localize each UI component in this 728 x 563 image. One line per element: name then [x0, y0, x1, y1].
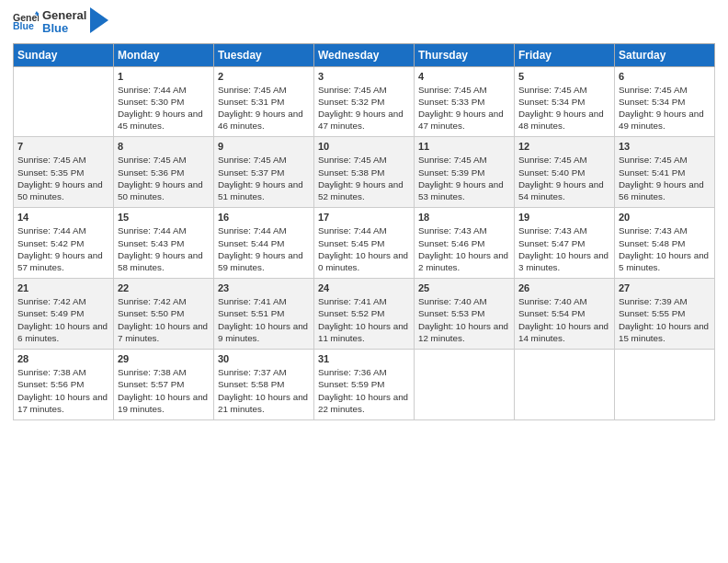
day-number: 10: [318, 141, 410, 152]
cell-info: Sunrise: 7:42 AMSunset: 5:49 PMDaylight:…: [17, 296, 108, 343]
calendar-cell: 3 Sunrise: 7:45 AMSunset: 5:32 PMDayligh…: [314, 66, 415, 137]
day-number: 14: [17, 212, 109, 223]
logo-arrow-icon: [90, 7, 108, 33]
svg-text:Blue: Blue: [13, 21, 34, 32]
cell-info: Sunrise: 7:43 AMSunset: 5:46 PMDaylight:…: [418, 225, 508, 272]
cell-info: Sunrise: 7:36 AMSunset: 5:59 PMDaylight:…: [318, 367, 408, 414]
calendar-cell: 4 Sunrise: 7:45 AMSunset: 5:33 PMDayligh…: [415, 66, 515, 137]
day-number: 1: [118, 71, 210, 82]
calendar-cell: 31 Sunrise: 7:36 AMSunset: 5:59 PMDaylig…: [314, 350, 415, 420]
cell-info: Sunrise: 7:45 AMSunset: 5:40 PMDaylight:…: [518, 155, 604, 201]
calendar-cell: 24 Sunrise: 7:41 AMSunset: 5:52 PMDaylig…: [314, 279, 415, 350]
calendar-cell: 11 Sunrise: 7:45 AMSunset: 5:39 PMDaylig…: [415, 137, 515, 208]
col-tuesday: Tuesday: [214, 43, 314, 66]
calendar-cell: 1 Sunrise: 7:44 AMSunset: 5:30 PMDayligh…: [114, 66, 214, 137]
calendar-cell: 10 Sunrise: 7:45 AMSunset: 5:38 PMDaylig…: [314, 137, 415, 208]
day-number: 7: [17, 141, 109, 152]
cell-info: Sunrise: 7:45 AMSunset: 5:39 PMDaylight:…: [418, 155, 504, 201]
day-number: 21: [17, 282, 109, 293]
calendar-cell: [515, 350, 615, 420]
col-friday: Friday: [515, 43, 615, 66]
day-number: 31: [318, 353, 410, 364]
calendar-cell: 9 Sunrise: 7:45 AMSunset: 5:37 PMDayligh…: [214, 137, 314, 208]
col-sunday: Sunday: [14, 43, 114, 66]
cell-info: Sunrise: 7:45 AMSunset: 5:37 PMDaylight:…: [218, 155, 303, 201]
calendar-cell: 30 Sunrise: 7:37 AMSunset: 5:58 PMDaylig…: [214, 350, 314, 420]
day-number: 13: [619, 141, 711, 152]
cell-info: Sunrise: 7:39 AMSunset: 5:55 PMDaylight:…: [619, 296, 709, 343]
calendar-table: Sunday Monday Tuesday Wednesday Thursday…: [13, 43, 715, 420]
day-number: 6: [619, 71, 711, 82]
calendar-cell: [14, 66, 114, 137]
cell-info: Sunrise: 7:45 AMSunset: 5:33 PMDaylight:…: [418, 85, 504, 132]
cell-info: Sunrise: 7:45 AMSunset: 5:31 PMDaylight:…: [218, 85, 303, 132]
calendar-cell: 18 Sunrise: 7:43 AMSunset: 5:46 PMDaylig…: [415, 208, 515, 279]
day-number: 12: [518, 141, 610, 152]
day-number: 2: [218, 71, 310, 82]
calendar-cell: 27 Sunrise: 7:39 AMSunset: 5:55 PMDaylig…: [615, 279, 715, 350]
day-number: 25: [418, 282, 510, 293]
calendar-cell: 5 Sunrise: 7:45 AMSunset: 5:34 PMDayligh…: [515, 66, 615, 137]
col-wednesday: Wednesday: [314, 43, 415, 66]
day-number: 24: [318, 282, 410, 293]
cell-info: Sunrise: 7:41 AMSunset: 5:52 PMDaylight:…: [318, 296, 408, 343]
calendar-cell: 25 Sunrise: 7:40 AMSunset: 5:53 PMDaylig…: [415, 279, 515, 350]
calendar-cell: 20 Sunrise: 7:43 AMSunset: 5:48 PMDaylig…: [615, 208, 715, 279]
calendar-week-row: 1 Sunrise: 7:44 AMSunset: 5:30 PMDayligh…: [14, 66, 715, 137]
calendar-cell: 15 Sunrise: 7:44 AMSunset: 5:43 PMDaylig…: [114, 208, 214, 279]
cell-info: Sunrise: 7:42 AMSunset: 5:50 PMDaylight:…: [118, 296, 208, 343]
day-number: 18: [418, 212, 510, 223]
calendar-week-row: 28 Sunrise: 7:38 AMSunset: 5:56 PMDaylig…: [14, 350, 715, 420]
svg-marker-4: [90, 7, 108, 33]
col-saturday: Saturday: [615, 43, 715, 66]
cell-info: Sunrise: 7:44 AMSunset: 5:42 PMDaylight:…: [17, 225, 103, 272]
day-number: 19: [518, 212, 610, 223]
cell-info: Sunrise: 7:45 AMSunset: 5:38 PMDaylight:…: [318, 155, 404, 201]
page-header: General Blue General Blue: [13, 9, 715, 36]
day-number: 22: [118, 282, 210, 293]
cell-info: Sunrise: 7:44 AMSunset: 5:44 PMDaylight:…: [218, 225, 303, 272]
col-thursday: Thursday: [415, 43, 515, 66]
calendar-cell: 2 Sunrise: 7:45 AMSunset: 5:31 PMDayligh…: [214, 66, 314, 137]
day-number: 15: [118, 212, 210, 223]
cell-info: Sunrise: 7:45 AMSunset: 5:32 PMDaylight:…: [318, 85, 404, 132]
calendar-week-row: 14 Sunrise: 7:44 AMSunset: 5:42 PMDaylig…: [14, 208, 715, 279]
calendar-cell: [615, 350, 715, 420]
cell-info: Sunrise: 7:45 AMSunset: 5:41 PMDaylight:…: [619, 155, 704, 201]
cell-info: Sunrise: 7:38 AMSunset: 5:56 PMDaylight:…: [17, 367, 108, 414]
cell-info: Sunrise: 7:44 AMSunset: 5:45 PMDaylight:…: [318, 225, 408, 272]
day-number: 28: [17, 353, 109, 364]
cell-info: Sunrise: 7:41 AMSunset: 5:51 PMDaylight:…: [218, 296, 308, 343]
calendar-week-row: 7 Sunrise: 7:45 AMSunset: 5:35 PMDayligh…: [14, 137, 715, 208]
logo-general: General: [42, 9, 86, 22]
cell-info: Sunrise: 7:43 AMSunset: 5:47 PMDaylight:…: [518, 225, 609, 272]
calendar-cell: 16 Sunrise: 7:44 AMSunset: 5:44 PMDaylig…: [214, 208, 314, 279]
day-number: 4: [418, 71, 510, 82]
day-number: 8: [118, 141, 210, 152]
day-number: 3: [318, 71, 410, 82]
cell-info: Sunrise: 7:40 AMSunset: 5:53 PMDaylight:…: [418, 296, 508, 343]
calendar-cell: [415, 350, 515, 420]
calendar-cell: 28 Sunrise: 7:38 AMSunset: 5:56 PMDaylig…: [14, 350, 114, 420]
cell-info: Sunrise: 7:45 AMSunset: 5:36 PMDaylight:…: [118, 155, 203, 201]
calendar-cell: 8 Sunrise: 7:45 AMSunset: 5:36 PMDayligh…: [114, 137, 214, 208]
calendar-cell: 26 Sunrise: 7:40 AMSunset: 5:54 PMDaylig…: [515, 279, 615, 350]
calendar-cell: 29 Sunrise: 7:38 AMSunset: 5:57 PMDaylig…: [114, 350, 214, 420]
calendar-cell: 6 Sunrise: 7:45 AMSunset: 5:34 PMDayligh…: [615, 66, 715, 137]
day-number: 23: [218, 282, 310, 293]
cell-info: Sunrise: 7:44 AMSunset: 5:30 PMDaylight:…: [118, 85, 203, 132]
calendar-cell: 13 Sunrise: 7:45 AMSunset: 5:41 PMDaylig…: [615, 137, 715, 208]
calendar-cell: 23 Sunrise: 7:41 AMSunset: 5:51 PMDaylig…: [214, 279, 314, 350]
day-number: 11: [418, 141, 510, 152]
cell-info: Sunrise: 7:43 AMSunset: 5:48 PMDaylight:…: [619, 225, 709, 272]
calendar-cell: 22 Sunrise: 7:42 AMSunset: 5:50 PMDaylig…: [114, 279, 214, 350]
cell-info: Sunrise: 7:37 AMSunset: 5:58 PMDaylight:…: [218, 367, 308, 414]
cell-info: Sunrise: 7:38 AMSunset: 5:57 PMDaylight:…: [118, 367, 208, 414]
day-number: 16: [218, 212, 310, 223]
cell-info: Sunrise: 7:44 AMSunset: 5:43 PMDaylight:…: [118, 225, 203, 272]
calendar-cell: 12 Sunrise: 7:45 AMSunset: 5:40 PMDaylig…: [515, 137, 615, 208]
day-number: 9: [218, 141, 310, 152]
logo: General Blue General Blue: [13, 9, 108, 36]
logo-icon: General Blue: [13, 9, 39, 35]
day-number: 29: [118, 353, 210, 364]
